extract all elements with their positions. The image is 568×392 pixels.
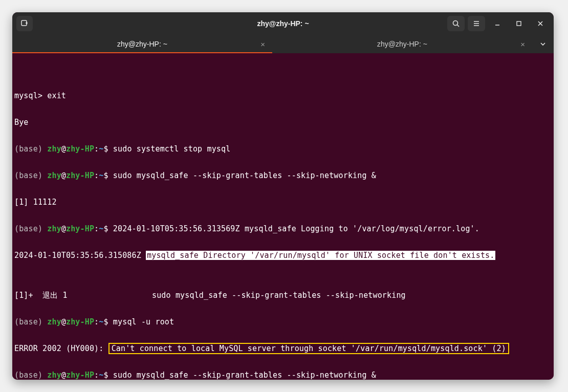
tabs-dropdown[interactable] [532,35,554,53]
chevron-down-icon [539,40,547,48]
tab-1-label: zhy@zhy-HP: ~ [117,40,167,48]
search-button[interactable] [447,16,465,31]
svg-rect-9 [517,21,521,26]
hamburger-icon [472,19,480,28]
svg-point-3 [453,21,458,26]
tab-2-close[interactable]: × [520,40,525,49]
minimize-button[interactable] [488,16,507,31]
highlighted-error: Can't connect to local MySQL server thro… [108,343,509,354]
term-line: (base) zhy@zhy-HP:~$ sudo mysqld_safe --… [12,169,554,182]
selected-text: mysqld_safe Directory '/var/run/mysqld' … [146,251,495,260]
tab-2-label: zhy@zhy-HP: ~ [377,40,427,48]
new-tab-button[interactable] [16,16,33,31]
term-line: Bye [12,116,554,129]
maximize-button[interactable] [510,16,528,31]
titlebar: zhy@zhy-HP: ~ [12,12,554,35]
tab-1-close[interactable]: × [260,40,265,49]
term-line: [1]+ 退出 1 sudo mysqld_safe --skip-grant-… [12,289,554,302]
term-line: (base) zhy@zhy-HP:~$ mysql -u root [12,315,554,329]
menu-button[interactable] [468,16,485,31]
terminal-viewport[interactable]: mysql> exit Bye (base) zhy@zhy-HP:~$ sud… [12,53,554,380]
svg-line-4 [457,25,460,27]
term-line: (base) zhy@zhy-HP:~$ sudo mysqld_safe --… [12,368,554,380]
new-tab-icon [20,19,29,28]
tab-2[interactable]: zhy@zhy-HP: ~ × [272,35,532,53]
close-button[interactable] [531,16,550,31]
term-line: ERROR 2002 (HY000): Can't connect to loc… [12,342,554,355]
tab-1[interactable]: zhy@zhy-HP: ~ × [12,35,272,53]
tab-strip: zhy@zhy-HP: ~ × zhy@zhy-HP: ~ × [12,35,554,53]
term-line: (base) zhy@zhy-HP:~$ 2024-01-10T05:35:56… [12,222,554,235]
term-line: [1] 11112 [12,195,554,209]
term-line: (base) zhy@zhy-HP:~$ sudo systemctl stop… [12,142,554,156]
maximize-icon [515,20,522,27]
term-line: mysql> exit [12,89,554,102]
search-icon [452,19,460,28]
close-icon [537,20,544,27]
term-line: 2024-01-10T05:35:56.315086Z mysqld_safe … [12,249,554,262]
minimize-icon [494,20,501,27]
terminal-window: zhy@zhy-HP: ~ [12,12,554,380]
